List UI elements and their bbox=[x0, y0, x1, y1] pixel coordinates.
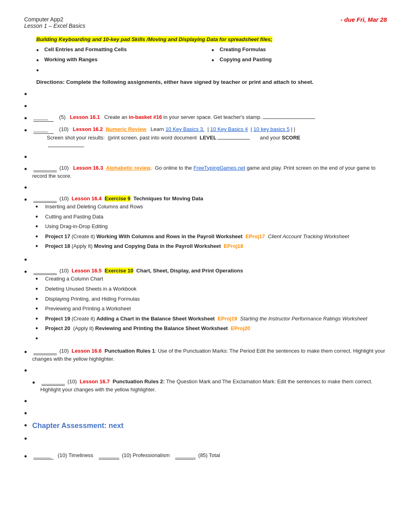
level-text: LEVEL bbox=[199, 135, 216, 141]
course-title: Computer App2 bbox=[24, 16, 85, 23]
footer-scoring-content: ______ (10) Timeliness _______ (10) Prof… bbox=[32, 451, 220, 460]
level-blank bbox=[218, 139, 250, 139]
total-blank: _______ bbox=[175, 451, 196, 460]
lesson-label-16-5: Lesson 16.5 bbox=[72, 268, 102, 274]
blank-16-2: _____ bbox=[33, 125, 54, 134]
inbasket-label: in-basket #16 bbox=[129, 114, 162, 120]
bullet-dot: • bbox=[35, 233, 45, 241]
timeliness-label: (10) Timeliness bbox=[58, 452, 93, 458]
lesson-label-16-3: Lesson 16.3 bbox=[73, 165, 103, 171]
proj19-content: Project 19 (Create it) Adding a Chart in… bbox=[45, 315, 367, 323]
proj18-title: Moving and Copying Data in the Payroll W… bbox=[94, 243, 221, 249]
bullet-dot: • bbox=[35, 285, 45, 294]
sub-item-16-5-empty: • bbox=[32, 335, 367, 343]
bullet-dot: • bbox=[24, 420, 32, 430]
lesson-label-16-1: Lesson 16.1 bbox=[70, 114, 100, 120]
chapter-assessment-item: • Chapter Assessment: next bbox=[24, 420, 387, 431]
sub-item-16-5-2: • Deleting Unused Sheets in a Workbook bbox=[32, 285, 367, 294]
topics-left: • Cell Entries and Formatting Cells • Wo… bbox=[36, 46, 212, 77]
bullet-dot: • bbox=[35, 295, 45, 304]
sub-item-text: Cutting and Pasting Data bbox=[45, 213, 104, 221]
proj18-content: Project 18 (Apply It) Moving and Copying… bbox=[45, 242, 243, 250]
lesson-label-16-6: Lesson 16.6 bbox=[72, 348, 102, 354]
bullet-dot: • bbox=[35, 305, 45, 314]
highlight-heading: Building Keyboarding and 10-key pad Skil… bbox=[36, 36, 272, 42]
link-10-key-4[interactable]: 10 Key Basics 4 bbox=[210, 126, 248, 132]
proj20-title: Reviewing and Printing the Balance Sheet… bbox=[95, 325, 228, 331]
proj20-content: Project 20 (Apply it) Reviewing and Prin… bbox=[45, 324, 250, 332]
bullet-dot: • bbox=[35, 213, 45, 222]
bullet-dot: • bbox=[35, 242, 45, 251]
assignment-16-2-content: _____ (10) Lesson 16.2 Numeric Review Le… bbox=[32, 125, 300, 150]
assignment-16-4-content: ________ (10) Lesson 16.4 Exercise 9 Tec… bbox=[32, 195, 349, 252]
bullet-dot: • bbox=[35, 275, 45, 284]
bullet-dot: • bbox=[24, 347, 32, 357]
bullet-dot: • bbox=[24, 408, 32, 418]
bullet-dot: • bbox=[35, 315, 45, 324]
sub-item-text: Displaying Printing, and Hiding Formulas bbox=[45, 295, 140, 303]
sub-item-16-5-proj20: • Project 20 (Apply it) Reviewing and Pr… bbox=[32, 324, 367, 333]
assignment-16-6: • ________ (10) Lesson 16.6 Punctuation … bbox=[24, 347, 387, 363]
lesson-label-16-4: Lesson 16.4 bbox=[72, 195, 102, 202]
sub-item-text: Deleting Unused Sheets in a Workbook bbox=[45, 285, 137, 293]
sub-item-16-4-proj18: • Project 18 (Apply It) Moving and Copyi… bbox=[32, 242, 349, 251]
proj18-label: Project 18 bbox=[45, 243, 70, 249]
bullet-dot: • bbox=[36, 46, 44, 55]
bullet-dot: • bbox=[24, 89, 32, 99]
topic-left-2: • Working with Ranges bbox=[36, 56, 212, 65]
proj20-label: Project 20 bbox=[45, 325, 70, 331]
directions-container: Directions: Complete the following assig… bbox=[36, 79, 387, 85]
sub-item-text: Using Drag-in-Drop Editing bbox=[45, 222, 108, 231]
proj19-title: Adding a Chart in the Balance Sheet Work… bbox=[96, 316, 215, 322]
assignment-16-1-content: _____ (5) Lesson 16.1 Create an in-baske… bbox=[32, 113, 316, 122]
assignment-16-5-content: ________ (10) Lesson 16.5 Exercise 10 Ch… bbox=[32, 267, 367, 345]
exercise-9-label: Exercise 9 bbox=[105, 195, 131, 202]
bullet-dot: • bbox=[24, 125, 32, 135]
empty-bullet-4: • bbox=[24, 183, 387, 192]
empty-bullet-6: • bbox=[24, 366, 387, 375]
topics-right: • Creating Formulas • Copying and Pastin… bbox=[212, 46, 387, 77]
topic-right-2: • Copying and Pasting bbox=[212, 56, 387, 65]
topic-left-1: • Cell Entries and Formatting Cells bbox=[36, 46, 212, 55]
lesson-16-6-title: Punctuation Rules 1 bbox=[105, 348, 155, 354]
stamp-blank bbox=[263, 118, 315, 119]
proj19-label: Project 19 bbox=[45, 316, 70, 322]
assignment-16-1: • _____ (5) Lesson 16.1 Create an in-bas… bbox=[24, 113, 387, 123]
sub-item-16-5-3: • Displaying Printing, and Hiding Formul… bbox=[32, 295, 367, 304]
bullet-dot: • bbox=[212, 46, 220, 55]
points-16-1: (5) bbox=[59, 114, 66, 120]
empty-bullet-2: • bbox=[24, 101, 387, 111]
points-16-6: (10) bbox=[59, 348, 68, 354]
header-left: Computer App2 Lesson 1 – Excel Basics bbox=[24, 16, 85, 29]
bullet-dot: • bbox=[24, 152, 32, 162]
link-freetyping[interactable]: FreeTypingGames.net bbox=[193, 165, 245, 171]
topic-right-1-text: Creating Formulas bbox=[220, 46, 266, 52]
link-10-key-5[interactable]: 10 key basics 5 bbox=[253, 126, 290, 132]
blank-16-4: ________ bbox=[33, 195, 57, 203]
page-container: Computer App2 Lesson 1 – Excel Basics - … bbox=[24, 16, 387, 461]
professionalism-blank: _______ bbox=[99, 451, 119, 460]
blank-16-1: _____ bbox=[33, 113, 54, 122]
sub-item-text: Previewing and Printing a Worksheet bbox=[45, 305, 131, 313]
sub-item-16-5-4: • Previewing and Printing a Worksheet bbox=[32, 305, 367, 314]
eproj20-label: EProj20 bbox=[231, 325, 250, 331]
topics-section: • Cell Entries and Formatting Cells • Wo… bbox=[36, 46, 387, 77]
bullet-dot: • bbox=[24, 164, 32, 174]
bullet-dot: • bbox=[35, 324, 45, 333]
sub-item-text: Inserting and Deleting Columns and Rows bbox=[45, 203, 143, 211]
eproj18-label: EProj18 bbox=[224, 243, 243, 249]
eproj17-label: EProj17 bbox=[245, 233, 265, 239]
link-10-key-3[interactable]: 10 Key Basics 3. bbox=[166, 126, 205, 132]
assignment-16-6-content: ________ (10) Lesson 16.6 Punctuation Ru… bbox=[32, 347, 387, 363]
bullet-dot: • bbox=[24, 451, 32, 461]
bullet-dot: • bbox=[24, 101, 32, 111]
assignments-list: • • • _____ (5) Lesson 16.1 Create an in… bbox=[24, 89, 387, 461]
sub-item-16-4-proj17: • Project 17 (Create it) Working With Co… bbox=[32, 233, 349, 241]
directions-text: Directions: Complete the following assig… bbox=[36, 79, 313, 85]
assignment-16-5: • ________ (10) Lesson 16.5 Exercise 10 … bbox=[24, 267, 387, 345]
timeliness-blank: ______ bbox=[33, 451, 54, 460]
points-16-2: (10) bbox=[59, 126, 68, 132]
bullet-dot: • bbox=[24, 255, 32, 264]
blank-16-3: ________ bbox=[33, 164, 57, 172]
bullet-dot: • bbox=[32, 378, 40, 387]
